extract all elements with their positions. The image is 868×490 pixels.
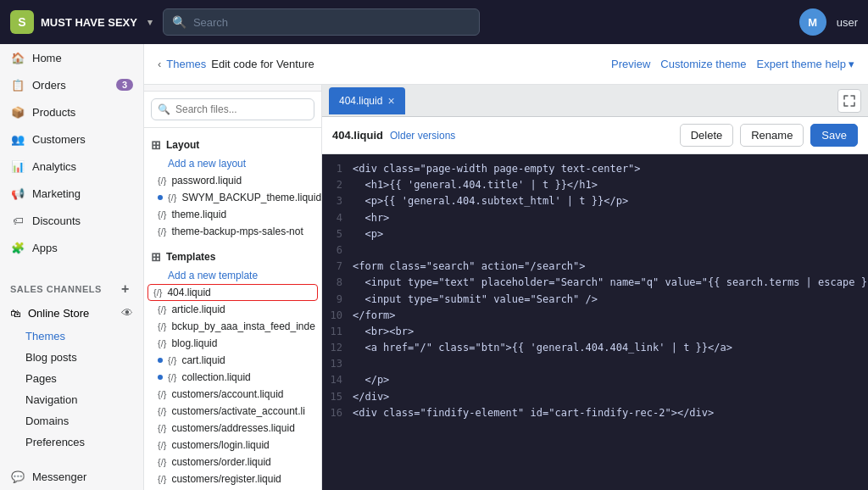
tab-404-liquid[interactable]: 404.liquid ×	[329, 87, 405, 114]
line-number: 16	[322, 405, 353, 421]
file-item-article[interactable]: {/} article.liquid	[144, 301, 321, 318]
line-code: </p>	[353, 372, 868, 388]
tab-close-icon[interactable]: ×	[387, 95, 394, 107]
sidebar-item-discounts[interactable]: 🏷 Discounts	[0, 207, 143, 234]
brand-logo-area[interactable]: S MUST HAVE SEXY ▾	[10, 10, 153, 34]
sidebar-label-apps: Apps	[32, 242, 58, 254]
sidebar-item-apps[interactable]: 🧩 Apps	[0, 234, 143, 261]
analytics-icon: 📊	[10, 159, 25, 174]
resize-handle[interactable]	[144, 85, 321, 92]
sidebar-sub-domains[interactable]: Domains	[0, 410, 143, 432]
line-code: <p>	[353, 226, 868, 242]
toolbar-actions: Delete Rename Save	[680, 124, 858, 147]
file-item-insta[interactable]: {/} bckup_by_aaa_insta_feed_inde	[144, 318, 321, 335]
global-search[interactable]: 🔍	[163, 8, 480, 36]
line-number: 7	[322, 259, 353, 275]
line-code: <div class="findify-element" id="cart-fi…	[353, 405, 868, 421]
file-item-cust-register[interactable]: {/} customers/register.liquid	[144, 471, 321, 487]
expand-editor-button[interactable]	[837, 89, 861, 113]
line-code: <input type="text" placeholder="Search" …	[353, 275, 868, 291]
file-name: blog.liquid	[171, 337, 217, 349]
products-icon: 📦	[10, 104, 25, 120]
sidebar-item-orders[interactable]: 📋 Orders 3	[0, 71, 143, 98]
file-modified-dot	[158, 195, 163, 200]
code-toolbar: 404.liquid Older versions Delete Rename …	[322, 117, 868, 154]
file-name: theme.liquid	[171, 209, 226, 220]
sidebar-label-products: Products	[32, 106, 75, 119]
file-item-cust-order[interactable]: {/} customers/order.liquid	[144, 454, 321, 471]
expand-icon	[843, 95, 855, 107]
sidebar-sub-navigation[interactable]: Navigation	[0, 389, 143, 410]
file-tag-icon: {/}	[158, 423, 166, 433]
line-number: 5	[322, 226, 353, 242]
sidebar-item-marketing[interactable]: 📢 Marketing	[0, 180, 143, 207]
orders-icon: 📋	[10, 77, 25, 92]
eye-icon[interactable]: 👁	[121, 306, 133, 320]
file-search-input[interactable]	[151, 98, 314, 120]
file-tag-icon: {/}	[158, 175, 166, 186]
sales-channels-label: SALES CHANNELS	[10, 284, 102, 294]
tab-label: 404.liquid	[339, 95, 382, 107]
sidebar-item-analytics[interactable]: 📊 Analytics	[0, 153, 143, 180]
sidebar-item-messenger[interactable]: 💬 Messenger	[0, 463, 143, 490]
add-new-template-link[interactable]: Add a new template	[144, 267, 321, 284]
file-tag-icon: {/}	[158, 406, 166, 416]
file-item[interactable]: {/} password.liquid	[144, 172, 321, 189]
add-sales-channel-button[interactable]: +	[118, 281, 133, 297]
search-input[interactable]	[193, 16, 470, 29]
file-name: customers/account.liquid	[171, 388, 283, 400]
file-name: customers/order.liquid	[171, 456, 270, 468]
sidebar-sub-preferences[interactable]: Preferences	[0, 432, 143, 453]
line-code: <div class="page-width page-empty text-c…	[353, 161, 868, 177]
file-item-404[interactable]: {/} 404.liquid	[147, 284, 318, 301]
expert-help-button[interactable]: Expert theme help ▾	[756, 58, 854, 70]
file-item-collection[interactable]: {/} collection.liquid	[144, 369, 321, 386]
sidebar-sub-pages[interactable]: Pages	[0, 368, 143, 389]
avatar[interactable]: M	[799, 8, 826, 36]
line-number: 12	[322, 340, 353, 356]
breadcrumb-themes-link[interactable]: Themes	[166, 58, 206, 70]
file-item-cust-activate[interactable]: {/} customers/activate_account.li	[144, 403, 321, 420]
file-item-cart[interactable]: {/} cart.liquid	[144, 352, 321, 369]
line-number: 14	[322, 372, 353, 388]
customize-theme-button[interactable]: Customize theme	[660, 58, 746, 70]
sidebar-item-home[interactable]: 🏠 Home	[0, 44, 143, 71]
code-line: 15</div>	[322, 389, 868, 405]
delete-button[interactable]: Delete	[680, 124, 734, 147]
file-name: bckup_by_aaa_insta_feed_inde	[171, 320, 314, 332]
rename-button[interactable]: Rename	[740, 124, 804, 147]
file-item-cust-account[interactable]: {/} customers/account.liquid	[144, 386, 321, 403]
add-new-layout-link[interactable]: Add a new layout	[144, 155, 321, 172]
line-number: 15	[322, 389, 353, 405]
messenger-icon: 💬	[10, 469, 25, 484]
file-item[interactable]: {/} SWYM_BACKUP_theme.liquid	[144, 189, 321, 206]
file-item-cust-addresses[interactable]: {/} customers/addresses.liquid	[144, 420, 321, 437]
file-modified-dot	[158, 358, 163, 363]
file-item-blog[interactable]: {/} blog.liquid	[144, 335, 321, 352]
file-item-cust-login[interactable]: {/} customers/login.liquid	[144, 437, 321, 454]
file-search-wrap: 🔍	[151, 98, 314, 120]
code-editor[interactable]: 1<div class="page-width page-empty text-…	[322, 154, 868, 490]
sidebar-item-products[interactable]: 📦 Products	[0, 98, 143, 125]
sidebar-sub-themes[interactable]: Themes	[0, 326, 143, 347]
file-tag-icon: {/}	[158, 338, 166, 348]
sidebar-sub-blog-posts[interactable]: Blog posts	[0, 347, 143, 368]
code-line: 13	[322, 356, 868, 372]
file-item[interactable]: {/} theme-backup-mps-sales-not	[144, 223, 321, 240]
sidebar-label-messenger: Messenger	[32, 471, 86, 483]
file-tag-icon: {/}	[168, 355, 176, 365]
sidebar-label-marketing: Marketing	[32, 187, 81, 200]
line-code: </div>	[353, 389, 868, 405]
older-versions-link[interactable]: Older versions	[390, 130, 455, 142]
sidebar-item-online-store[interactable]: 🛍 Online Store 👁	[0, 300, 143, 326]
line-number: 3	[322, 193, 353, 209]
file-item[interactable]: {/} theme.liquid	[144, 206, 321, 223]
line-number: 13	[322, 356, 353, 372]
preview-button[interactable]: Preview	[611, 58, 650, 70]
line-number: 6	[322, 242, 353, 259]
sidebar-item-customers[interactable]: 👥 Customers	[0, 125, 143, 153]
templates-section-label: Templates	[166, 251, 215, 263]
content-area: ‹ Themes Edit code for Venture Preview C…	[144, 44, 868, 490]
save-button[interactable]: Save	[810, 124, 858, 147]
home-icon: 🏠	[10, 50, 25, 65]
